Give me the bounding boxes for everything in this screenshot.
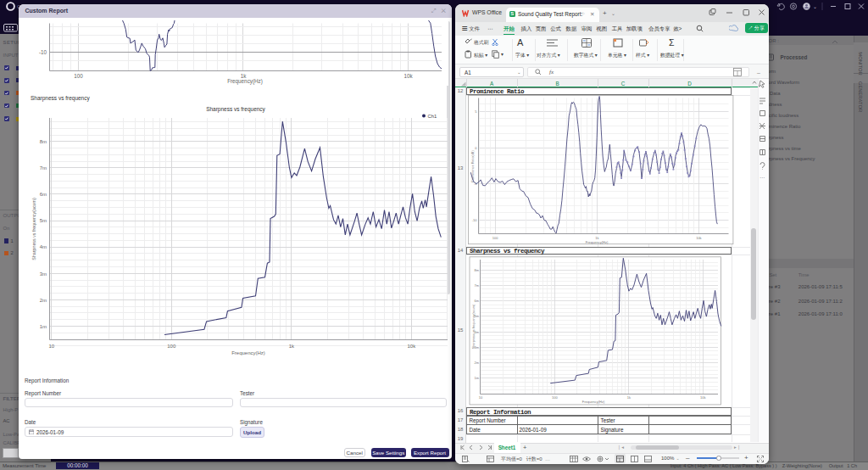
svg-text:1m: 1m	[474, 376, 479, 380]
svg-text:6m: 6m	[40, 192, 47, 197]
svg-text:100: 100	[167, 344, 176, 349]
svg-text:10: 10	[479, 395, 483, 400]
svg-text:8m: 8m	[474, 268, 479, 272]
svg-text:7m: 7m	[474, 283, 479, 288]
svg-text:3m: 3m	[40, 271, 47, 277]
svg-text:7m: 7m	[40, 165, 47, 171]
svg-text:100: 100	[74, 73, 83, 79]
svg-text:Frequency(Hz): Frequency(Hz)	[227, 78, 263, 85]
svg-text:Sharpness vs frequency(acum): Sharpness vs frequency(acum)	[31, 198, 36, 260]
svg-text:Ch1: Ch1	[428, 114, 437, 119]
svg-text:8m: 8m	[40, 139, 47, 144]
svg-text:Frequency(Hz): Frequency(Hz)	[231, 350, 265, 355]
svg-text:Frequency(Hz): Frequency(Hz)	[586, 240, 609, 244]
svg-text:-10: -10	[472, 218, 478, 222]
svg-text:100: 100	[492, 236, 498, 240]
svg-text:1k: 1k	[289, 344, 295, 349]
svg-text:Sharpness vs frequency(acum): Sharpness vs frequency(acum)	[472, 304, 476, 349]
svg-text:100: 100	[552, 395, 558, 400]
svg-text:10: 10	[48, 344, 54, 349]
svg-text:Prominence Ratio(dB): Prominence Ratio(dB)	[471, 150, 475, 182]
svg-text:4m: 4m	[40, 244, 47, 249]
svg-text:10k: 10k	[700, 395, 705, 400]
svg-text:-10: -10	[39, 49, 47, 55]
svg-text:2m: 2m	[474, 361, 479, 365]
svg-text:⌄: ⌄	[813, 4, 817, 9]
svg-text:Sharpness vs frequency: Sharpness vs frequency	[206, 106, 265, 113]
svg-text:10k: 10k	[696, 236, 701, 240]
svg-text:2m: 2m	[40, 298, 47, 303]
svg-text:10k: 10k	[403, 73, 413, 79]
svg-text:5m: 5m	[40, 218, 47, 223]
svg-text:1k: 1k	[627, 395, 631, 400]
svg-text:6m: 6m	[474, 299, 479, 303]
svg-text:Frequency(Hz): Frequency(Hz)	[582, 400, 605, 404]
svg-text:1m: 1m	[40, 324, 47, 329]
svg-text:10k: 10k	[407, 344, 416, 349]
